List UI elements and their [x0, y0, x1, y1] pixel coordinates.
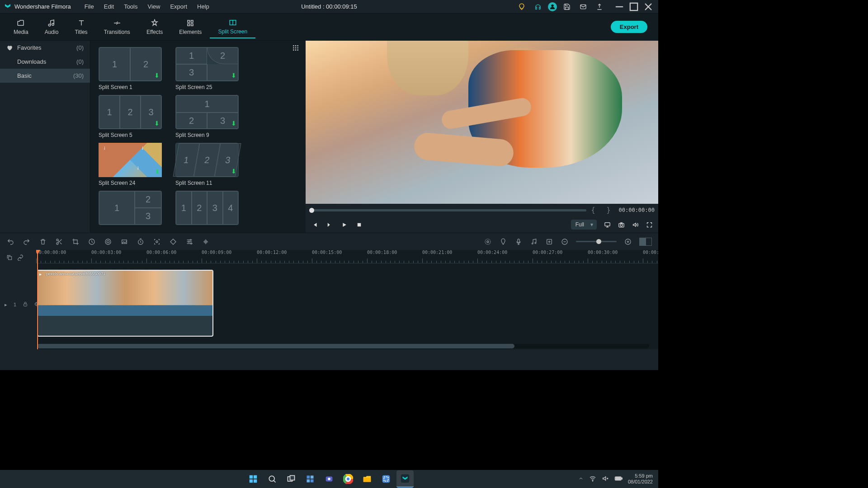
download-icon[interactable]: ⬇ — [154, 72, 160, 79]
wifi-icon[interactable] — [589, 475, 596, 483]
template-item[interactable]: 12⬇ Split Screen 1 — [99, 47, 166, 90]
color-button[interactable] — [104, 238, 112, 246]
system-clock[interactable]: 5:59 pm 08/01/2022 — [628, 473, 653, 485]
crop-button[interactable] — [71, 238, 80, 246]
timeline-view-toggle[interactable] — [639, 238, 652, 246]
audio-mixer-button[interactable] — [530, 238, 538, 246]
tab-media[interactable]: Media — [5, 16, 37, 38]
preview-playhead[interactable] — [309, 208, 314, 213]
sidebar-item-basic[interactable]: Basic (30) — [0, 69, 90, 83]
duration-button[interactable] — [137, 238, 145, 246]
zoom-slider-handle[interactable] — [596, 239, 601, 244]
message-icon[interactable] — [577, 1, 590, 12]
zoom-slider[interactable] — [576, 241, 617, 242]
timeline-scroll-thumb[interactable] — [37, 344, 514, 348]
task-view-button[interactable] — [283, 470, 300, 488]
minimize-button[interactable] — [613, 1, 626, 12]
upload-icon[interactable] — [593, 1, 606, 12]
split-button[interactable] — [55, 238, 63, 246]
snapshot-icon[interactable] — [618, 221, 625, 228]
tray-chevron-icon[interactable] — [578, 476, 584, 482]
close-button[interactable] — [642, 1, 655, 12]
battery-icon[interactable] — [614, 475, 623, 483]
menu-view[interactable]: View — [143, 1, 165, 12]
track-lock-icon[interactable] — [23, 301, 28, 308]
account-icon[interactable] — [548, 2, 557, 11]
explorer-button[interactable] — [359, 470, 376, 488]
support-icon[interactable] — [532, 1, 544, 12]
menu-file[interactable]: File — [80, 1, 99, 12]
start-button[interactable] — [245, 470, 262, 488]
audio-sync-button[interactable] — [202, 238, 210, 246]
menu-edit[interactable]: Edit — [99, 1, 118, 12]
menu-help[interactable]: Help — [193, 1, 214, 12]
range-brackets[interactable]: { } — [591, 206, 614, 214]
tab-elements[interactable]: Elements — [171, 16, 210, 38]
timeline-scrollbar[interactable] — [37, 344, 649, 348]
keyframe-button[interactable] — [169, 238, 177, 246]
download-icon[interactable]: ⬇ — [231, 72, 236, 79]
marker-button[interactable] — [499, 238, 507, 246]
undo-button[interactable] — [6, 238, 14, 246]
tab-effects[interactable]: Effects — [138, 16, 171, 38]
template-item[interactable]: 123⬇ Split Screen 5 — [99, 95, 166, 138]
delete-button[interactable] — [39, 238, 47, 246]
snip-button[interactable] — [377, 470, 395, 488]
prev-frame-button[interactable] — [311, 221, 318, 228]
export-button[interactable]: Export — [611, 21, 647, 33]
timeline-clip[interactable]: ▸ pexels-anna-tarazevich-6550971 — [37, 270, 213, 337]
menu-tools[interactable]: Tools — [119, 1, 142, 12]
timeline-playhead[interactable] — [37, 250, 38, 349]
play-button[interactable] — [341, 221, 348, 228]
save-icon[interactable] — [561, 1, 573, 12]
menu-export[interactable]: Export — [165, 1, 192, 12]
template-item[interactable]: ↓ ↓ ↓ ⬇ Split Screen 24 — [99, 143, 166, 186]
zoom-out-button[interactable] — [561, 238, 569, 246]
template-item[interactable]: 12 3 ⬇ Split Screen 25 — [175, 47, 243, 90]
sidebar-item-favorites[interactable]: Favorites (0) — [0, 41, 90, 55]
motion-track-button[interactable] — [153, 238, 161, 246]
voiceover-button[interactable] — [514, 238, 523, 246]
chrome-button[interactable] — [340, 470, 357, 488]
download-icon[interactable]: ⬇ — [231, 120, 236, 127]
template-item[interactable]: 123⬇ Split Screen 11 — [175, 143, 243, 186]
template-item[interactable]: 1 23 — [99, 191, 166, 225]
tab-transitions[interactable]: Transitions — [96, 16, 138, 38]
redo-button[interactable] — [23, 238, 31, 246]
volume-icon[interactable] — [632, 221, 639, 228]
tab-audio[interactable]: Audio — [37, 16, 67, 38]
widgets-button[interactable] — [302, 470, 319, 488]
preview-quality-select[interactable]: Full — [571, 220, 597, 230]
filmora-taskbar-button[interactable] — [396, 470, 414, 488]
stop-button[interactable] — [356, 221, 363, 228]
add-media-button[interactable] — [545, 238, 553, 246]
track-play-icon[interactable]: ▸ — [5, 302, 7, 308]
adjust-button[interactable] — [185, 238, 193, 246]
preview-progress-bar[interactable] — [309, 209, 586, 211]
download-icon[interactable]: ⬇ — [154, 120, 160, 127]
timeline-ruler[interactable]: 00:00:00:0000:00:03:0000:00:06:0000:00:0… — [36, 250, 658, 263]
grid-view-icon[interactable] — [292, 47, 299, 53]
download-icon[interactable]: ⬇ — [155, 168, 160, 175]
fullscreen-icon[interactable] — [646, 221, 653, 228]
template-item[interactable]: 1234 — [175, 191, 243, 225]
teams-button[interactable] — [321, 470, 338, 488]
search-button[interactable] — [264, 470, 281, 488]
render-button[interactable] — [484, 238, 492, 246]
tab-titles[interactable]: Titles — [66, 16, 95, 38]
template-item[interactable]: 1 23 ⬇ Split Screen 9 — [175, 95, 243, 138]
maximize-button[interactable] — [627, 1, 640, 12]
green-screen-button[interactable] — [120, 238, 128, 246]
link-tracks-icon[interactable] — [17, 254, 24, 262]
zoom-in-button[interactable] — [624, 238, 632, 246]
timeline-tracks[interactable]: 00:00:00:0000:00:03:0000:00:06:0000:00:0… — [36, 250, 658, 349]
copy-tracks-icon[interactable] — [6, 254, 13, 262]
play-forward-button[interactable] — [326, 221, 333, 228]
display-icon[interactable] — [604, 221, 611, 228]
download-icon[interactable]: ⬇ — [231, 168, 236, 175]
sidebar-item-downloads[interactable]: Downloads (0) — [0, 55, 90, 69]
tips-icon[interactable] — [515, 1, 528, 12]
speed-button[interactable] — [88, 238, 96, 246]
volume-mute-icon[interactable] — [602, 475, 609, 483]
tab-split-screen[interactable]: Split Screen — [210, 16, 255, 38]
